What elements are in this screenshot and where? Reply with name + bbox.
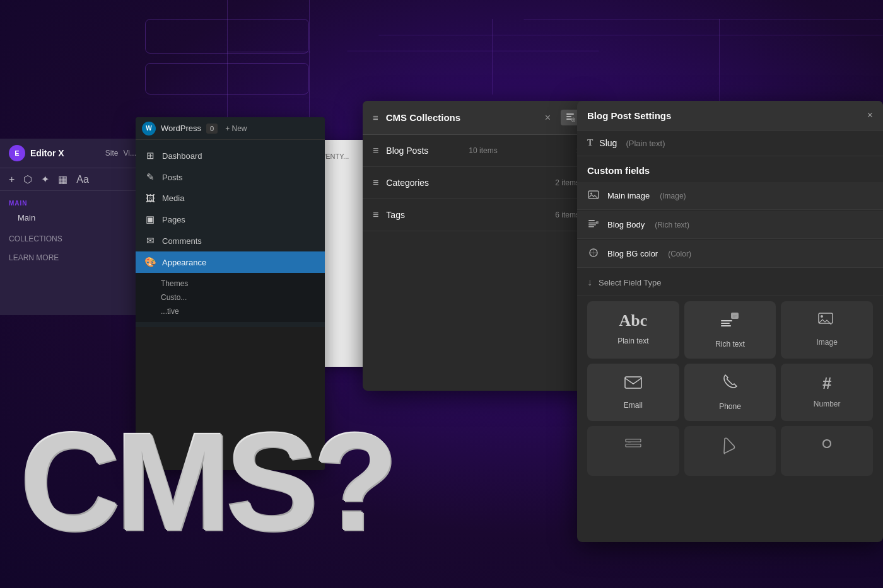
phone-icon — [722, 374, 738, 396]
svg-rect-10 — [588, 224, 596, 226]
field-type-grid: Abc Plain text Rich text — [577, 296, 883, 481]
appearance-icon: 🎨 — [144, 257, 156, 268]
blog-bg-color-icon — [587, 247, 600, 260]
svg-rect-11 — [588, 226, 594, 228]
email-label: Email — [624, 401, 643, 410]
bps-field-main-image[interactable]: Main image (Image) — [577, 182, 883, 210]
cms-collection-blog-posts[interactable]: ≡ Blog Posts 10 items › — [363, 135, 590, 167]
svg-rect-0 — [566, 113, 574, 115]
plain-text-icon: Abc — [619, 311, 647, 330]
editor-x-sidebar: MAIN Main COLLECTIONS LEARN MORE — [0, 191, 145, 273]
categories-icon: ≡ — [373, 177, 378, 188]
sidebar-item-collections[interactable]: COLLECTIONS — [9, 233, 136, 245]
field-type-image[interactable]: Image — [781, 301, 873, 359]
collections-section: COLLECTIONS — [0, 229, 145, 249]
deco-vline-1 — [227, 0, 228, 120]
svg-rect-21 — [626, 439, 641, 442]
deco-line-top — [523, 19, 883, 20]
phone-label: Phone — [719, 402, 741, 411]
layers-icon[interactable]: ⬡ — [23, 173, 32, 185]
blog-posts-count: 10 items — [469, 146, 497, 155]
wp-menu-posts[interactable]: ✎ Posts — [136, 166, 325, 188]
editor-x-title: Editor X — [30, 148, 100, 158]
bps-header: Blog Post Settings × — [577, 101, 883, 130]
add-icon[interactable]: + — [9, 174, 15, 185]
dashboard-icon: ⊞ — [144, 150, 156, 161]
editor-x-logo: E — [9, 145, 25, 161]
wp-submenu-themes[interactable]: Themes — [161, 277, 325, 291]
add-field-icon: ↓ — [587, 277, 592, 288]
field-type-phone[interactable]: Phone — [684, 364, 776, 421]
svg-rect-9 — [588, 222, 597, 224]
cms-panel-title: CMS Collections — [386, 112, 540, 123]
deco-vline-2 — [309, 0, 310, 120]
svg-rect-16 — [721, 325, 731, 326]
main-image-icon — [587, 189, 600, 202]
wp-menu-appearance[interactable]: 🎨 Appearance — [136, 251, 325, 273]
field-type-file[interactable] — [684, 426, 776, 476]
categories-count: 2 items — [555, 178, 580, 187]
blog-posts-name: Blog Posts — [386, 146, 465, 156]
blog-posts-icon: ≡ — [373, 145, 378, 156]
wp-menu-pages[interactable]: ▣ Pages — [136, 209, 325, 230]
cms-collection-categories[interactable]: ≡ Categories 2 items — [363, 167, 590, 199]
field-type-list[interactable] — [587, 426, 679, 476]
wp-topbar: W WordPress 0 + New — [136, 117, 325, 140]
learn-more-section: LEARN MORE — [0, 249, 145, 267]
slug-label: Slug — [599, 138, 617, 148]
categories-name: Categories — [386, 178, 551, 188]
number-icon: # — [822, 374, 831, 393]
svg-rect-14 — [721, 320, 732, 321]
sidebar-item-learn[interactable]: LEARN MORE — [9, 251, 136, 264]
tags-icon: ≡ — [373, 209, 378, 221]
wp-submenu-active[interactable]: ...tive — [161, 304, 325, 318]
wp-menu-comments[interactable]: ✉ Comments — [136, 230, 325, 251]
wp-media-label: Media — [162, 193, 184, 203]
tags-name: Tags — [386, 210, 551, 220]
select-field-type-label: Select Field Type — [599, 278, 661, 287]
field-type-rich-text[interactable]: Rich text — [684, 301, 776, 359]
bps-add-field-row[interactable]: ↓ Select Field Type — [577, 269, 883, 296]
wp-submenu: Themes Custo... ...tive — [136, 273, 325, 322]
editor-x-toolbar: + ⬡ ✦ ▦ Aa — [0, 168, 145, 191]
blog-bg-color-type: (Color) — [668, 250, 691, 258]
deco-hline-1 — [227, 52, 310, 52]
bps-field-blog-bg-color[interactable]: Blog BG color (Color) — [577, 240, 883, 268]
svg-rect-20 — [625, 377, 641, 388]
wp-comments-label: Comments — [162, 236, 202, 246]
slug-type: (Plain text) — [626, 139, 665, 148]
wp-new-button[interactable]: + New — [225, 124, 247, 133]
field-type-plain-text[interactable]: Abc Plain text — [587, 301, 679, 359]
editor-x-site: Site — [105, 149, 119, 158]
text-icon[interactable]: Aa — [76, 174, 89, 185]
pages-icon: ▣ — [144, 214, 156, 225]
connect-icon[interactable]: ✦ — [41, 173, 49, 185]
cms-collection-tags[interactable]: ≡ Tags 6 items — [363, 199, 590, 231]
image-field-icon — [818, 311, 836, 331]
field-type-email[interactable]: Email — [587, 364, 679, 421]
editor-x-panel: E Editor X Site Vi... + ⬡ ✦ ▦ Aa MAIN Ma… — [0, 139, 145, 315]
wp-menu-media[interactable]: 🖼 Media — [136, 188, 325, 209]
wp-appearance-label: Appearance — [162, 258, 206, 267]
main-section-label: MAIN — [9, 200, 136, 207]
svg-point-19 — [821, 315, 823, 318]
wp-notification-count[interactable]: 0 — [206, 124, 218, 134]
cms-close-button[interactable]: × — [545, 112, 551, 124]
svg-rect-23 — [628, 442, 631, 442]
wp-sidebar: ⊞ Dashboard ✎ Posts 🖼 Media ▣ Pages ✉ Co… — [136, 140, 325, 327]
bps-field-blog-body[interactable]: Blog Body (Rich text) — [577, 211, 883, 239]
field-type-reference[interactable] — [781, 426, 873, 476]
wp-dashboard-label: Dashboard — [162, 151, 202, 161]
wp-menu-dashboard[interactable]: ⊞ Dashboard — [136, 145, 325, 166]
main-image-type: (Image) — [660, 192, 686, 200]
bps-slug-row: T Slug (Plain text) — [577, 130, 883, 156]
wp-submenu-customize[interactable]: Custo... — [161, 291, 325, 304]
editor-x-header: E Editor X Site Vi... — [0, 139, 145, 168]
list-icon — [624, 436, 642, 456]
wp-site-name: WordPress — [161, 124, 201, 133]
bps-close-button[interactable]: × — [867, 110, 873, 121]
grid-icon[interactable]: ▦ — [58, 173, 67, 185]
editor-x-view: Vi... — [124, 149, 136, 158]
field-type-number[interactable]: # Number — [781, 364, 873, 421]
email-icon — [624, 374, 643, 395]
